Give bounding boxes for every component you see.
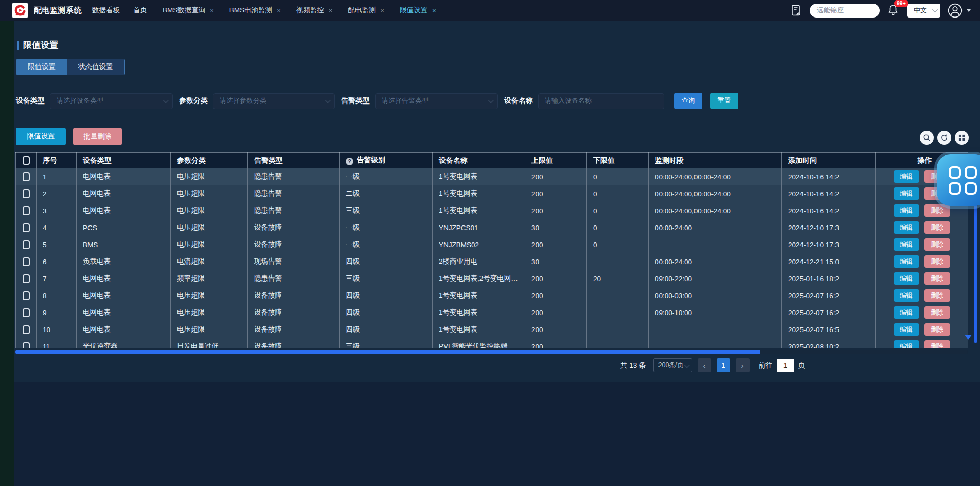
table-cell: 3 <box>37 202 77 219</box>
row-checkbox[interactable] <box>23 240 30 249</box>
close-icon[interactable]: × <box>380 7 384 14</box>
horizontal-scrollbar <box>15 350 968 354</box>
edit-button[interactable]: 编辑 <box>894 170 919 183</box>
table-cell: 设备故障 <box>248 321 340 338</box>
column-header: 添加时间 <box>782 153 876 168</box>
delete-button[interactable]: 删除 <box>924 272 950 285</box>
edit-button[interactable]: 编辑 <box>894 238 919 251</box>
topbar-tab[interactable]: BMS电池监测× <box>229 6 281 15</box>
station-doc-icon[interactable] <box>790 4 803 16</box>
select-all-checkbox[interactable] <box>23 156 30 165</box>
menu-item-home[interactable]: 首页 <box>133 6 147 15</box>
delete-button[interactable]: 删除 <box>924 306 950 319</box>
table-cell: 隐患告警 <box>248 185 340 202</box>
table-cell <box>587 287 649 304</box>
topbar-tab[interactable]: 配电监测× <box>348 6 384 15</box>
edit-button[interactable]: 编辑 <box>894 255 919 268</box>
page-size-select[interactable]: 200条/页 <box>653 358 692 372</box>
delete-button[interactable]: 删除 <box>924 238 950 251</box>
device-type-select[interactable]: 请选择设备类型 <box>50 93 173 109</box>
topbar-tab[interactable]: 视频监控× <box>296 6 333 15</box>
close-icon[interactable]: × <box>277 7 281 14</box>
goto-page-input[interactable] <box>777 359 794 372</box>
station-selector[interactable]: 远能锦座 <box>810 4 880 18</box>
avatar[interactable] <box>948 3 963 18</box>
current-page-button[interactable]: 1 <box>717 358 730 372</box>
topbar-tab-label: BMS数据查询 <box>163 6 205 15</box>
table-cell: YNJZPCS01 <box>433 219 525 236</box>
row-checkbox[interactable] <box>23 206 30 215</box>
prev-page-button[interactable]: ‹ <box>698 358 711 372</box>
table-cell: 2024-10-16 14:2 <box>782 168 876 185</box>
close-icon[interactable]: × <box>329 7 333 14</box>
tab-status-settings[interactable]: 状态值设置 <box>67 59 124 75</box>
tab-limit-settings[interactable]: 限值设置 <box>16 59 67 75</box>
table-cell: PVL智能光伏监控终端 <box>433 338 525 349</box>
delete-button[interactable]: 删除 <box>924 323 950 336</box>
row-checkbox[interactable] <box>23 257 30 266</box>
row-checkbox[interactable] <box>23 172 30 181</box>
edit-button[interactable]: 编辑 <box>894 272 919 285</box>
alarm-type-select[interactable]: 请选择告警类型 <box>375 93 498 109</box>
row-checkbox[interactable] <box>23 189 30 198</box>
reset-button[interactable]: 重置 <box>710 93 738 109</box>
edit-button[interactable]: 编辑 <box>894 340 919 348</box>
main-panel: 限值设置 限值设置 状态值设置 设备类型 请选择设备类型 参数分类 请选择参数分… <box>14 21 980 382</box>
next-page-button[interactable]: › <box>736 358 750 372</box>
close-icon[interactable]: × <box>210 7 214 14</box>
topbar-tab[interactable]: 限值设置× <box>400 6 436 15</box>
row-checkbox[interactable] <box>23 308 30 317</box>
table-row: 7电网电表频率超限隐患告警三级1号变电网表,2号变电网…2002009:00-2… <box>16 270 968 287</box>
row-checkbox[interactable] <box>23 325 30 334</box>
floating-menu-widget[interactable] <box>937 154 980 206</box>
menu-item-dashboard[interactable]: 数据看板 <box>92 6 120 15</box>
topbar-tab[interactable]: BMS数据查询× <box>163 6 214 15</box>
avatar-caret-icon[interactable] <box>967 9 971 12</box>
delete-button[interactable]: 删除 <box>924 340 950 348</box>
param-class-select[interactable]: 请选择参数分类 <box>213 93 335 109</box>
table-row: 10电网电表电压超限设备故障四级1号变电网表2002025-02-07 16:5… <box>16 321 968 338</box>
edit-button[interactable]: 编辑 <box>894 204 919 217</box>
scroll-down-arrow-icon[interactable] <box>965 335 972 340</box>
table-cell: 10 <box>37 321 77 338</box>
table-cell: 2楼商业用电 <box>433 253 525 270</box>
table-row: 2电网电表电压超限隐患告警二级1号变电网表200000:00-24:00,00:… <box>16 185 968 202</box>
limit-set-button[interactable]: 限值设置 <box>16 128 66 145</box>
search-icon[interactable] <box>920 131 934 145</box>
edit-button[interactable]: 编辑 <box>894 221 919 234</box>
edit-button[interactable]: 编辑 <box>894 306 919 319</box>
table-cell: 200 <box>525 321 587 338</box>
device-name-input[interactable]: 请输入设备名称 <box>538 93 664 109</box>
device-name-placeholder: 请输入设备名称 <box>545 96 592 106</box>
row-checkbox[interactable] <box>23 291 30 300</box>
delete-button[interactable]: 删除 <box>924 289 950 302</box>
table-row: 5BMS电压超限设备故障一级YNJZBMS0220002024-12-10 17… <box>16 236 968 253</box>
table-cell: 00:00-24:00 <box>649 253 782 270</box>
edit-button[interactable]: 编辑 <box>894 323 919 336</box>
delete-button[interactable]: 删除 <box>924 255 950 268</box>
delete-button[interactable]: 删除 <box>924 204 950 217</box>
topbar-right: 远能锦座 99+ 中文 <box>790 3 971 18</box>
logo-icon <box>14 5 26 16</box>
row-checkbox[interactable] <box>23 342 30 349</box>
refresh-icon[interactable] <box>937 131 951 145</box>
grid-icon[interactable] <box>955 131 969 145</box>
chevron-down-icon <box>932 7 938 12</box>
title-accent-bar <box>17 41 19 50</box>
table-cell: 三级 <box>340 338 433 349</box>
delete-button[interactable]: 删除 <box>924 221 950 234</box>
topbar-tab-label: 限值设置 <box>400 6 427 15</box>
query-button[interactable]: 查询 <box>674 93 702 109</box>
notification-bell[interactable]: 99+ <box>887 4 900 17</box>
row-checkbox[interactable] <box>23 223 30 232</box>
close-icon[interactable]: × <box>432 7 436 14</box>
edit-button[interactable]: 编辑 <box>894 187 919 200</box>
edit-button[interactable]: 编辑 <box>894 289 919 302</box>
table-cell: 2024-12-10 17:3 <box>782 236 876 253</box>
language-selector[interactable]: 中文 <box>907 4 940 18</box>
batch-delete-button[interactable]: 批量删除 <box>73 128 122 145</box>
horizontal-scrollbar-thumb[interactable] <box>15 350 760 354</box>
left-edge-strip <box>0 21 14 486</box>
row-checkbox[interactable] <box>23 274 30 283</box>
table-cell: 2024-10-16 14:2 <box>782 202 876 219</box>
